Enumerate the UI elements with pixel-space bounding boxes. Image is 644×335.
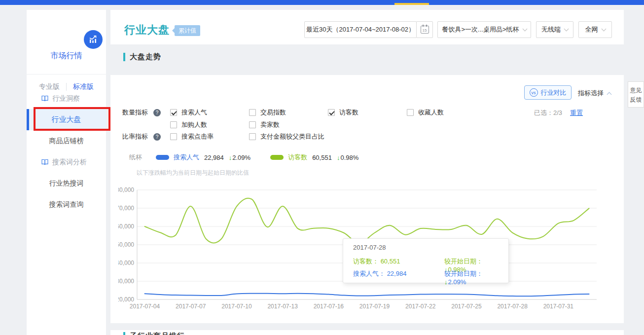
- feedback-label-line2: 反馈: [628, 95, 644, 105]
- legend-series-name[interactable]: 搜索人气: [174, 153, 199, 162]
- calendar-button[interactable]: 15: [416, 21, 433, 38]
- checkbox-icon: [170, 133, 177, 140]
- compare-button-label: 行业对比: [541, 88, 567, 97]
- checkbox-label: 搜索人气: [181, 108, 207, 117]
- metric-row-quantity-2: 加购人数 卖家数: [122, 121, 328, 129]
- checkbox-label: 加购人数: [181, 120, 207, 129]
- series-line-1: [145, 294, 589, 297]
- checkbox-label: 支付金额较父类目占比: [260, 132, 324, 141]
- legend-series-name[interactable]: 访客数: [288, 153, 307, 162]
- divider: [27, 74, 106, 74]
- page-root: 市场行情 专业版 标准版 行业洞察 行业大盘 商品店铺榜: [0, 0, 644, 335]
- checkbox-icon: [249, 133, 256, 140]
- checkbox-icon: [249, 121, 256, 128]
- help-icon[interactable]: ?: [153, 133, 161, 141]
- legend-series-change: 2.09%: [232, 154, 250, 161]
- sidebar-item-label: 行业洞察: [52, 94, 80, 103]
- chevron-up-icon: [607, 92, 612, 97]
- x-axis-label: 2017-07-07: [176, 303, 206, 310]
- sidebar-item-industry-overview[interactable]: 行业大盘: [27, 109, 106, 130]
- category-value: 餐饮具>一次...桌用品>纸杯: [442, 25, 519, 34]
- sidebar-item-label: 商品店铺榜: [49, 137, 84, 146]
- book-icon: [41, 95, 48, 102]
- checkbox-icon: [249, 109, 256, 116]
- sidebar-nav: 行业洞察 行业大盘 商品店铺榜 搜索词分析 行业热搜词 搜索词查询: [27, 88, 106, 215]
- cumulative-value-badge: 累计值: [175, 25, 200, 36]
- legend-category: 纸杯: [129, 153, 142, 162]
- legend-pill-blue: [156, 155, 169, 160]
- chevron-down-icon: [522, 26, 527, 31]
- y-axis-label: 40,000: [118, 260, 134, 266]
- x-axis-label: 2017-07-28: [497, 303, 528, 310]
- checkbox-label: 收藏人数: [418, 108, 444, 117]
- tooltip-label: 访客数：: [353, 258, 379, 265]
- feedback-tab[interactable]: 意见 反馈: [628, 81, 644, 108]
- sidebar-group-search-word-analysis[interactable]: 搜索词分析: [27, 151, 106, 173]
- metric-row-ratio: 比率指标 ? 搜索点击率 支付金额较父类目占比: [122, 133, 324, 141]
- terminal-value: 无线端: [541, 25, 561, 34]
- y-axis-label: 80,000: [118, 186, 134, 193]
- sidebar-item-label: 搜索词查询: [49, 200, 84, 209]
- date-range-selector[interactable]: 最近30天（2017-07-04~2017-08-02）: [304, 21, 417, 38]
- chart-legend: 纸杯 搜索人气 22,984 ↓ 2.09% 访客数 60,551 ↓ 0.98…: [129, 153, 378, 162]
- legend-series-change: 0.98%: [340, 154, 358, 161]
- tooltip-label: 搜索人气：: [353, 270, 385, 277]
- y-axis-label: 20,000: [118, 296, 134, 303]
- page-header: 行业大盘 累计值 最近30天（2017-07-04~2017-08-02） 15…: [110, 10, 624, 44]
- help-icon[interactable]: ?: [153, 109, 161, 116]
- next-section-panel: 子行业商品排行: [110, 330, 624, 335]
- checkbox-icon: [170, 109, 177, 116]
- checkbox-search-popularity[interactable]: 搜索人气: [170, 108, 249, 117]
- chevron-down-icon: [601, 26, 606, 31]
- sidebar-item-product-shop-ranking[interactable]: 商品店铺榜: [27, 130, 106, 151]
- legend-series-value: 60,551: [312, 154, 332, 161]
- checkbox-icon: [328, 109, 335, 116]
- chart-note: 以下涨跌幅均为当前日期与起始日期的比值: [137, 169, 249, 177]
- checkbox-label: 卖家数: [260, 120, 280, 129]
- reset-link[interactable]: 重置: [570, 109, 583, 117]
- chevron-down-icon: [564, 26, 569, 31]
- checkbox-favorites[interactable]: 收藏人数: [407, 108, 486, 117]
- vs-icon: vs: [530, 88, 538, 97]
- industry-compare-button[interactable]: vs 行业对比: [524, 85, 572, 100]
- tooltip-value: 22,984: [387, 270, 407, 277]
- sidebar-item-label: 行业热搜词: [49, 179, 84, 188]
- metric-select-toggle[interactable]: 指标选择: [578, 89, 611, 98]
- sidebar-group-industry-insight[interactable]: 行业洞察: [27, 88, 106, 109]
- book-icon: [41, 159, 48, 165]
- checkbox-icon: [170, 121, 177, 128]
- category-selector[interactable]: 餐饮具>一次...桌用品>纸杯: [437, 21, 531, 38]
- x-axis-label: 2017-07-25: [451, 303, 482, 310]
- feedback-label-line1: 意见: [628, 86, 644, 95]
- checkbox-trade-index[interactable]: 交易指数: [249, 108, 328, 117]
- section-accent-bar: [123, 53, 125, 61]
- network-selector[interactable]: 全网: [578, 21, 612, 38]
- checkbox-sellers[interactable]: 卖家数: [249, 120, 328, 129]
- metric-select-label: 指标选择: [578, 89, 604, 98]
- calendar-icon: 15: [421, 26, 429, 34]
- legend-pill-green: [270, 155, 284, 160]
- section-title: 子行业商品排行: [130, 332, 185, 335]
- sidebar: 市场行情 专业版 标准版 行业洞察 行业大盘 商品店铺榜: [27, 10, 106, 335]
- ratio-metrics-label: 比率指标: [122, 132, 151, 141]
- sidebar-item-hot-search-words[interactable]: 行业热搜词: [27, 173, 106, 194]
- checkbox-visitors[interactable]: 访客数: [328, 108, 407, 117]
- checkbox-add-cart[interactable]: 加购人数: [170, 120, 249, 129]
- checkbox-label: 访客数: [339, 108, 358, 117]
- tooltip-compare-label: 较开始日期：: [444, 270, 483, 277]
- tooltip-value: 60,551: [381, 258, 400, 265]
- x-axis-label: 2017-07-31: [543, 303, 574, 310]
- sidebar-item-search-word-query[interactable]: 搜索词查询: [27, 194, 106, 215]
- y-axis-label: 60,000: [118, 223, 134, 230]
- checkbox-label: 交易指数: [260, 108, 286, 117]
- checkbox-search-ctr[interactable]: 搜索点击率: [170, 132, 249, 141]
- checkbox-icon: [407, 109, 414, 116]
- terminal-selector[interactable]: 无线端: [536, 21, 573, 38]
- section-header-sub-industry: 子行业商品排行: [123, 332, 185, 335]
- selected-count-text: 已选：2/3: [534, 109, 562, 117]
- y-axis-label: 50,000: [118, 241, 134, 248]
- down-arrow-icon: ↓: [337, 154, 340, 161]
- app-logo-trend-icon: [84, 30, 103, 49]
- chart-tooltip: 2017-07-28 访客数： 60,551 较开始日期： ↓0.98% 搜索人…: [343, 238, 509, 283]
- checkbox-payment-ratio[interactable]: 支付金额较父类目占比: [249, 132, 324, 141]
